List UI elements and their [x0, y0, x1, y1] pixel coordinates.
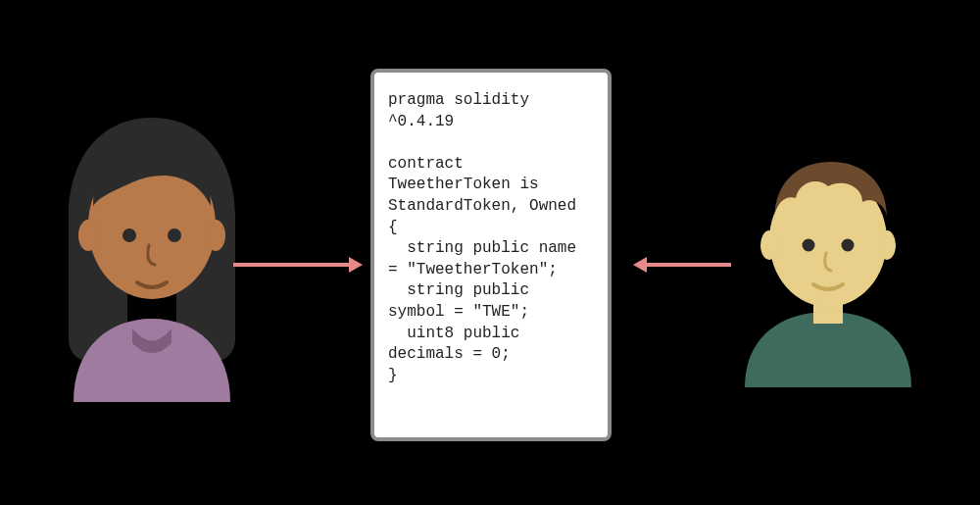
svg-point-10	[842, 239, 855, 252]
code-text: pragma solidity ^0.4.19 contract Tweethe…	[388, 90, 594, 386]
code-panel: pragma solidity ^0.4.19 contract Tweethe…	[370, 69, 612, 441]
svg-point-2	[206, 220, 225, 251]
diagram-stage: pragma solidity ^0.4.19 contract Tweethe…	[0, 0, 980, 505]
arrow-right-to-code	[647, 263, 731, 267]
svg-point-3	[122, 228, 136, 242]
svg-point-9	[803, 239, 815, 252]
svg-point-4	[168, 228, 181, 242]
man-avatar	[725, 137, 931, 392]
arrow-left-to-code	[233, 263, 349, 267]
svg-point-1	[78, 220, 98, 251]
woman-avatar	[39, 98, 265, 412]
svg-point-7	[760, 230, 778, 260]
svg-point-8	[878, 230, 896, 260]
